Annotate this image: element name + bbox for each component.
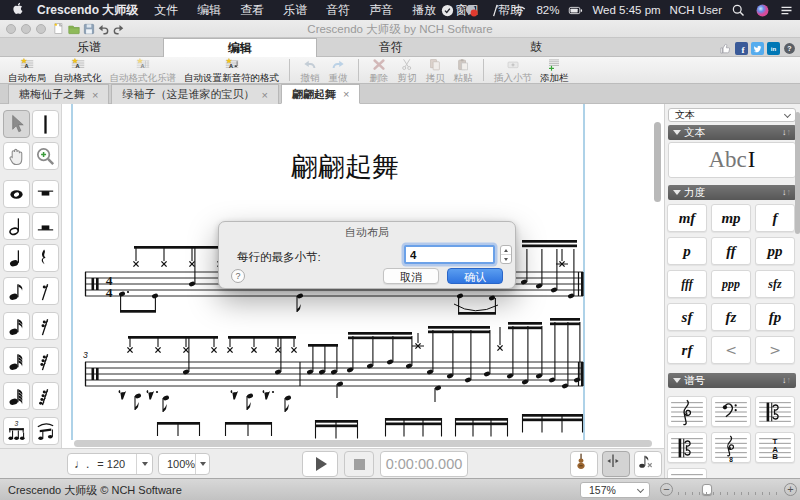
dynamic-p[interactable]: p <box>667 237 707 265</box>
app-menu-title[interactable]: Crescendo 大师级 <box>37 2 138 19</box>
dynamic-sf[interactable]: sf <box>667 303 707 331</box>
menu-7[interactable]: 播放 <box>412 2 436 19</box>
score-title[interactable]: 翩翩起舞 <box>291 152 399 182</box>
sixteenth-rest[interactable] <box>32 312 59 340</box>
menu-4[interactable]: 乐谱 <box>283 2 307 19</box>
siri-icon[interactable] <box>755 3 770 18</box>
reorder-icons[interactable]: ↓↑ <box>782 125 791 140</box>
tab-clef[interactable]: TAB <box>755 432 795 463</box>
sync-check-icon[interactable] <box>440 3 455 18</box>
zoom-in-button[interactable]: + <box>784 483 797 496</box>
ribbon-tab-1[interactable]: 乐谱 <box>18 38 160 57</box>
note-check-button[interactable] <box>634 451 662 477</box>
dynamic-mf[interactable]: mf <box>667 204 707 232</box>
dynamic-ff[interactable]: ff <box>711 237 751 265</box>
sixtyfourth-rest[interactable] <box>32 382 59 410</box>
thirtysecond-rest[interactable] <box>32 347 59 375</box>
help-icon[interactable]: ? <box>783 41 796 54</box>
treble-clef[interactable] <box>667 396 707 427</box>
document-tab-1[interactable]: 糖梅仙子之舞× <box>8 84 109 104</box>
symbol-category-dropdown[interactable]: 文本 <box>668 108 796 122</box>
sixteenth-note[interactable] <box>3 312 30 340</box>
half-rest[interactable] <box>32 212 59 240</box>
ribbon-tab-4[interactable]: 鼓 <box>465 38 607 57</box>
horizontal-scrollbar[interactable] <box>74 440 652 447</box>
dynamic-sfz[interactable]: sfz <box>755 270 795 298</box>
close-icon[interactable]: × <box>343 88 349 100</box>
dynamic-fp[interactable]: fp <box>755 303 795 331</box>
tempo-control[interactable]: ♩. = 120 <box>67 453 153 475</box>
dynamic-fff[interactable]: fff <box>667 270 707 298</box>
toolbar-button-cut[interactable]: 剪切 <box>393 57 421 83</box>
like-icon[interactable] <box>719 41 732 54</box>
playback-speed-control[interactable]: 100% <box>158 453 210 475</box>
triplet[interactable]: 3 <box>3 417 30 445</box>
stepper-down-button[interactable] <box>501 255 511 263</box>
select-tool[interactable] <box>3 110 30 138</box>
toolbar-button-paste[interactable]: 粘贴 <box>449 57 477 83</box>
dynamic-rf[interactable]: rf <box>667 336 707 364</box>
dynamic-decrescendo[interactable]: > <box>755 336 795 364</box>
dynamic-ppp[interactable]: ppp <box>711 270 751 298</box>
barline-tool[interactable] <box>32 110 59 138</box>
eighth-note[interactable] <box>3 277 30 305</box>
percussion-clef[interactable] <box>667 468 707 478</box>
beam-group[interactable] <box>32 417 59 445</box>
menubar-user[interactable]: NCH User <box>670 4 722 16</box>
dynamic-pp[interactable]: pp <box>755 237 795 265</box>
zoom-tool[interactable] <box>32 142 59 170</box>
app-notification-icon[interactable] <box>464 3 479 18</box>
sidebar-scrollbar[interactable] <box>795 112 800 234</box>
stepper-control[interactable] <box>500 245 512 264</box>
menu-5[interactable]: 音符 <box>326 2 350 19</box>
wifi-icon[interactable] <box>512 3 527 18</box>
bass-clef[interactable] <box>711 396 751 427</box>
quarter-note[interactable] <box>3 244 30 272</box>
eighth-rest[interactable] <box>32 277 59 305</box>
half-note[interactable] <box>3 212 30 240</box>
reorder-icons[interactable]: ↓↑ <box>782 185 791 200</box>
section-header-text[interactable]: 文本 ↓↑ <box>668 125 796 140</box>
ribbon-tab-2[interactable]: 编辑 <box>163 38 317 57</box>
tenor-clef[interactable] <box>667 432 707 463</box>
facebook-icon[interactable]: f <box>735 41 748 54</box>
treble8-clef[interactable]: 8 <box>711 432 751 463</box>
toolbar-button-insertbar[interactable]: 插入小节 <box>490 57 536 83</box>
menu-2[interactable]: 编辑 <box>197 2 221 19</box>
thirtysecond-note[interactable] <box>3 347 30 375</box>
speed-dropdown-button[interactable] <box>195 454 209 474</box>
whole-rest[interactable] <box>32 180 59 208</box>
stop-button[interactable] <box>344 451 374 477</box>
whole-note[interactable] <box>3 180 30 208</box>
ribbon-tab-3[interactable]: 音符 <box>320 38 462 57</box>
toolbar-button-autolayout[interactable]: A自动布局 <box>4 57 50 83</box>
help-button[interactable]: ? <box>231 269 245 283</box>
document-tab-2[interactable]: 绿袖子（这是谁家的宝贝）× <box>111 84 278 104</box>
dynamic-f[interactable]: f <box>755 204 795 232</box>
confirm-button[interactable]: 确认 <box>447 268 503 284</box>
tempo-dropdown-button[interactable] <box>136 454 152 474</box>
toolbar-button-undo[interactable]: 撤销 <box>296 57 324 83</box>
sixtyfourth-note[interactable] <box>3 382 30 410</box>
menu-3[interactable]: 查看 <box>240 2 264 19</box>
zoom-level-dropdown[interactable]: 157% <box>580 482 650 498</box>
quarter-rest[interactable] <box>32 244 59 272</box>
toolbar-button-autonewformat[interactable]: A自动设置新音符的格式 <box>180 57 283 83</box>
play-button[interactable] <box>302 451 338 477</box>
document-tab-3[interactable]: 翩翩起舞× <box>281 84 360 104</box>
pencil-icon[interactable] <box>488 3 503 18</box>
section-header-clefs[interactable]: 谱号 ↓↑ <box>668 373 796 388</box>
battery-icon[interactable] <box>568 3 583 18</box>
alto-clef[interactable] <box>755 396 795 427</box>
text-tool-card[interactable]: AbcI <box>668 142 796 178</box>
dynamic-fz[interactable]: fz <box>711 303 751 331</box>
menubar-clock[interactable]: Wed 5:45 pm <box>592 4 660 16</box>
toolbar-button-redo[interactable]: 重做 <box>324 57 352 83</box>
menu-6[interactable]: 声音 <box>369 2 393 19</box>
toolbar-button-autoformatscore[interactable]: A自动格式化乐谱 <box>106 57 181 83</box>
dynamic-crescendo[interactable]: < <box>711 336 751 364</box>
toolbar-button-addstaff[interactable]: 添加栏 <box>536 57 573 83</box>
battery-percentage[interactable]: 82% <box>536 4 559 16</box>
linkedin-icon[interactable]: in <box>767 41 780 54</box>
toolbar-button-autoformat[interactable]: A自动格式化 <box>50 57 106 83</box>
